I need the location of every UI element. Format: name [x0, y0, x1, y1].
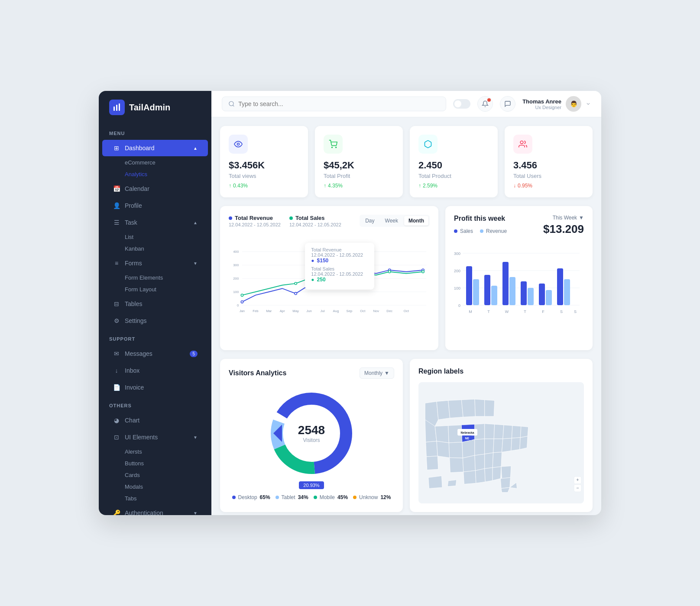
sidebar-item-task[interactable]: ☰ Task ▲ [102, 214, 208, 231]
vl-dot-desktop [232, 496, 236, 499]
chevron-down-icon: ▼ [193, 511, 198, 516]
sidebar-item-ecommerce[interactable]: eCommerce [121, 157, 211, 168]
sidebar-item-ui[interactable]: ⊡ UI Elements ▼ [102, 429, 208, 445]
tooltip-sales-label: Total Sales [311, 266, 368, 271]
chevron-down-icon: ▼ [193, 435, 198, 440]
state-oh [503, 425, 512, 439]
svg-point-26 [388, 271, 390, 273]
sidebar-item-tables[interactable]: ⊟ Tables [102, 296, 208, 312]
svg-point-6 [336, 147, 337, 148]
tab-month[interactable]: Month [404, 216, 428, 226]
state-fl-low [501, 487, 510, 492]
notification-button[interactable] [477, 96, 493, 112]
state-nc [493, 452, 502, 467]
state-tn [485, 453, 493, 469]
line-chart-area: Total Revenue 12.04.2022 - 12.05.2022 ● … [229, 234, 430, 331]
legend-date-revenue: 12.04.2022 - 12.05.2022 [229, 222, 281, 227]
map-area: Nebraska NE + − [418, 382, 584, 503]
svg-text:300: 300 [233, 263, 239, 267]
svg-rect-55 [521, 281, 527, 305]
region-header: Region labels [418, 367, 584, 375]
sidebar-item-cards[interactable]: Cards [121, 469, 211, 481]
monthly-filter[interactable]: Monthly ▼ [360, 367, 394, 379]
sidebar-item-alerts[interactable]: Alersts [121, 446, 211, 458]
pl-revenue: Revenue [480, 222, 507, 239]
svg-text:300: 300 [454, 251, 460, 256]
svg-text:W: W [505, 309, 509, 314]
svg-text:200: 200 [454, 269, 460, 273]
sidebar-item-form-layout[interactable]: Form Layout [121, 284, 211, 295]
state-ok [463, 455, 475, 472]
tab-day[interactable]: Day [361, 216, 379, 226]
state-md-de [511, 438, 520, 451]
chart-tooltip: Total Revenue 12.04.2022 - 12.05.2022 ● … [305, 243, 374, 290]
sidebar-item-buttons[interactable]: Buttons [121, 458, 211, 469]
search-icon [228, 100, 235, 107]
svg-rect-2 [119, 103, 120, 111]
sidebar-item-profile[interactable]: 👤 Profile [102, 197, 208, 214]
stat-change-users: ↓ 0.95% [513, 183, 584, 189]
svg-rect-1 [116, 105, 117, 111]
vl-desktop: Desktop 65% [232, 494, 270, 500]
user-info[interactable]: Thomas Anree Ux Designer 👨 [522, 96, 591, 112]
sidebar-item-dashboard[interactable]: ⊞ Dashboard ▲ [102, 140, 208, 156]
sidebar-item-messages[interactable]: ✉ Messages 5 [102, 345, 208, 362]
state-mt [437, 400, 450, 419]
theme-toggle[interactable] [453, 99, 470, 109]
tab-week[interactable]: Week [381, 216, 402, 226]
user-role: Ux Designer [522, 105, 561, 110]
state-ca-s [426, 456, 438, 470]
svg-text:Sep: Sep [347, 309, 353, 313]
state-ak [428, 476, 442, 488]
sidebar-item-forms[interactable]: ≡ Forms ▼ [102, 255, 208, 271]
tables-icon: ⊟ [113, 300, 120, 308]
pl-sales: Sales [454, 222, 473, 239]
auth-icon: 🔑 [113, 509, 120, 515]
others-label: OTHERS [99, 396, 211, 412]
sidebar-item-modals[interactable]: Modals [121, 481, 211, 493]
sidebar-item-label: Tables [125, 300, 142, 307]
svg-text:S: S [574, 309, 577, 314]
svg-text:Oct: Oct [360, 309, 366, 313]
sidebar-item-calendar[interactable]: 📅 Calendar [102, 181, 208, 197]
visitors-legend: Desktop 65% Tablet 34% Mobile 45% [229, 494, 394, 500]
vl-mobile: Mobile 45% [314, 494, 348, 500]
chat-button[interactable] [500, 96, 515, 112]
svg-rect-52 [491, 286, 497, 305]
svg-text:100: 100 [454, 286, 460, 290]
sidebar-item-chart[interactable]: ◕ Chart [102, 412, 208, 429]
sidebar-item-analytics[interactable]: Analytics [121, 168, 211, 180]
task-icon: ☰ [113, 219, 120, 226]
stat-change-value: 4.35% [328, 183, 343, 189]
svg-text:F: F [542, 309, 544, 314]
ui-icon: ⊡ [113, 433, 120, 441]
state-mn [461, 399, 475, 417]
sidebar-item-invoice[interactable]: 📄 Invoice [102, 379, 208, 396]
sidebar-item-list[interactable]: List [121, 231, 211, 243]
topbar: Thomas Anree Ux Designer 👨 [211, 91, 601, 117]
sidebar-item-label: Forms [125, 260, 142, 267]
stat-change-value: 0.43% [233, 183, 248, 189]
sidebar-item-settings[interactable]: ⚙ Settings [102, 313, 208, 329]
legend-sales: Total Sales 12.04.2022 - 12.05.2022 [289, 215, 341, 227]
sidebar-item-auth[interactable]: 🔑 Authentication ▼ [102, 505, 208, 515]
state-ca-n [426, 441, 438, 457]
search-wrap[interactable] [222, 97, 446, 111]
svg-rect-56 [528, 288, 534, 305]
state-ut [437, 441, 450, 458]
sidebar-item-tabs[interactable]: Tabs [121, 493, 211, 504]
sidebar-item-kanban[interactable]: Kanban [121, 243, 211, 255]
sidebar-item-inbox[interactable]: ↓ Inbox [102, 362, 208, 379]
search-input[interactable] [238, 100, 440, 107]
chevron-up-icon: ▲ [193, 146, 198, 151]
us-map-svg: Nebraska NE + − [418, 382, 584, 503]
charts-row: Total Revenue 12.04.2022 - 12.05.2022 To… [220, 206, 593, 350]
state-pa [512, 425, 521, 438]
this-week-button[interactable]: This Week ▼ [553, 215, 584, 221]
arrow-up-icon: ↑ [229, 183, 231, 189]
sidebar-item-form-elements[interactable]: Form Elements [121, 272, 211, 284]
svg-rect-54 [509, 277, 515, 305]
tooltip-revenue: Total Revenue 12.04.2022 - 12.05.2022 ● … [311, 247, 368, 264]
vl-dot-unknown [353, 496, 356, 499]
svg-text:0: 0 [237, 303, 239, 307]
